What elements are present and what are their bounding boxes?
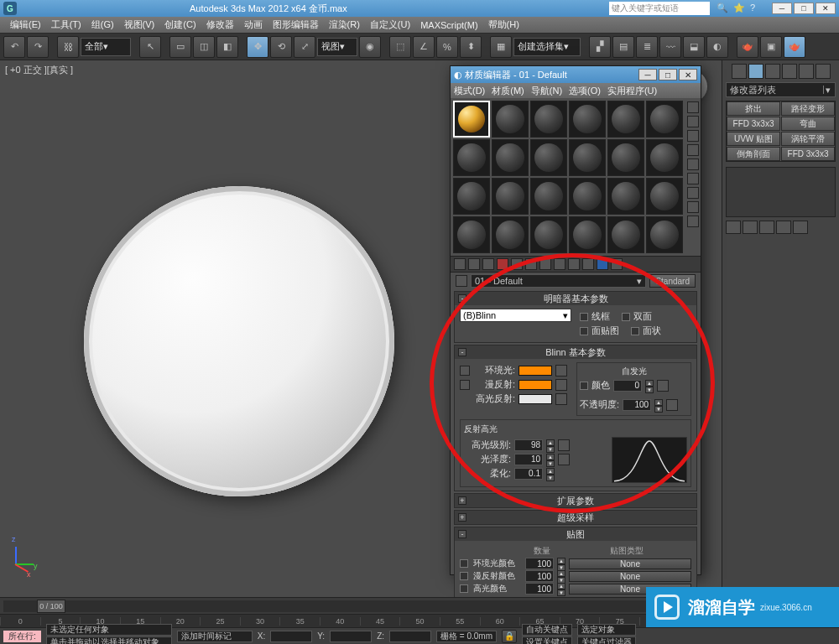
search-icon[interactable]: 🔍 [717, 3, 728, 14]
y-coord-input[interactable] [330, 631, 372, 642]
menu-rendering[interactable]: 渲染(R) [324, 17, 365, 33]
material-map-nav-icon[interactable] [687, 216, 699, 227]
help-search-input[interactable]: 键入关键字或短语 [609, 2, 710, 15]
make-copy-icon[interactable] [511, 258, 523, 270]
map-ambient-slot[interactable]: None [569, 558, 691, 569]
menu-tools[interactable]: 工具(T) [46, 17, 86, 33]
sample-slot[interactable] [453, 216, 490, 253]
autokey-button[interactable]: 自动关键点 [522, 624, 572, 636]
time-slider-knob[interactable]: 0 / 100 [37, 600, 65, 613]
sample-slot[interactable] [646, 139, 683, 176]
preview-icon[interactable] [687, 173, 699, 184]
shader-dropdown[interactable]: (B)Blinn▾ [460, 309, 571, 322]
options-icon[interactable] [687, 187, 699, 199]
gloss-spinner[interactable]: 10 [514, 454, 543, 465]
gloss-map-button[interactable] [558, 454, 570, 465]
mat-menu-mode[interactable]: 模式(D) [454, 85, 485, 97]
backlight-icon[interactable] [687, 116, 699, 127]
percent-snap[interactable]: % [436, 36, 458, 58]
selection-filter[interactable]: 全部 ▾ [81, 38, 131, 56]
opacity-map-button[interactable] [666, 399, 678, 411]
selfillum-color-checkbox[interactable] [580, 382, 588, 390]
redo-button[interactable]: ↷ [27, 36, 49, 58]
menu-maxscript[interactable]: MAXScript(M) [415, 18, 482, 32]
go-forward-icon[interactable] [611, 258, 623, 270]
stack-show[interactable] [743, 221, 758, 234]
undo-button[interactable]: ↶ [3, 36, 25, 58]
spec-level-map-button[interactable] [558, 439, 570, 451]
tab-hierarchy[interactable] [765, 64, 780, 79]
sample-type-icon[interactable] [687, 101, 699, 113]
pivot-button[interactable]: ◉ [359, 36, 381, 58]
sample-slot[interactable] [607, 139, 644, 176]
named-selection-button[interactable]: ▦ [490, 36, 512, 58]
z-coord-input[interactable] [389, 631, 431, 642]
select-region-button[interactable]: ◫ [193, 36, 215, 58]
mat-menu-options[interactable]: 选项(O) [569, 85, 601, 97]
mod-extrude[interactable]: 挤出 [727, 101, 780, 116]
mat-max-button[interactable]: □ [659, 69, 677, 80]
rollout-toggle[interactable]: - [458, 348, 466, 356]
wire-checkbox[interactable] [580, 313, 588, 321]
show-in-viewport-icon[interactable] [568, 258, 580, 270]
ref-coord-dropdown[interactable]: 视图 ▾ [317, 38, 357, 56]
rollout-toggle[interactable]: + [458, 496, 466, 505]
reset-map-icon[interactable] [497, 258, 508, 270]
key-selected-dropdown[interactable]: 选定对象 [577, 624, 636, 636]
rollout-toggle[interactable]: - [458, 530, 466, 538]
tab-display[interactable] [799, 64, 814, 79]
key-filter-button[interactable]: 关键点过滤器 [577, 636, 636, 644]
mat-menu-material[interactable]: 材质(M) [492, 85, 524, 97]
stack-remove[interactable] [776, 221, 791, 234]
material-name-input[interactable]: 01 - Default▾ [471, 274, 646, 288]
material-editor-button[interactable]: ◐ [706, 36, 728, 58]
sample-slot[interactable] [646, 101, 683, 138]
rollout-toggle[interactable]: + [458, 513, 466, 522]
soften-spinner[interactable]: 0.1 [514, 468, 543, 480]
menu-help[interactable]: 帮助(H) [483, 17, 524, 33]
specular-map-button[interactable] [555, 393, 567, 405]
select-object-button[interactable]: ▭ [169, 36, 191, 58]
mod-pathdeform[interactable]: 路径变形 [781, 101, 835, 116]
mat-menu-util[interactable]: 实用程序(U) [607, 85, 657, 97]
menu-views[interactable]: 视图(V) [119, 17, 160, 33]
sample-slot[interactable] [492, 139, 529, 176]
menu-graph-editors[interactable]: 图形编辑器 [268, 17, 324, 33]
maximize-button[interactable]: □ [794, 3, 814, 14]
lock-selection-icon[interactable]: 🔒 [502, 630, 517, 643]
map-diffuse-checkbox[interactable] [460, 572, 468, 580]
sample-slot[interactable] [530, 139, 567, 176]
select-by-mat-icon[interactable] [687, 201, 699, 213]
mirror-button[interactable]: ▞ [589, 36, 611, 58]
tab-motion[interactable] [782, 64, 797, 79]
ambient-map-button[interactable] [555, 365, 567, 377]
add-time-tag[interactable]: 添加时间标记 [177, 631, 253, 642]
sample-slot[interactable] [569, 216, 606, 253]
sample-slot[interactable] [569, 139, 606, 176]
close-button[interactable]: ✕ [816, 3, 836, 14]
sample-slot[interactable] [453, 139, 490, 176]
diffuse-spec-lock-icon[interactable] [460, 380, 470, 390]
menu-group[interactable]: 组(G) [86, 17, 119, 33]
mod-uvw[interactable]: UVW 贴图 [727, 132, 780, 146]
sample-slot[interactable] [453, 178, 490, 215]
material-editor-titlebar[interactable]: ◐ 材质编辑器 - 01 - Default ─ □ ✕ [451, 66, 701, 83]
menu-customize[interactable]: 自定义(U) [365, 17, 415, 33]
sample-slot-1[interactable] [453, 101, 490, 138]
mat-close-button[interactable]: ✕ [679, 69, 697, 80]
modifier-list-dropdown[interactable]: 修改器列表▾ [726, 82, 836, 97]
signin-icon[interactable]: ⭐ [733, 3, 745, 14]
video-check-icon[interactable] [687, 158, 699, 170]
diffuse-swatch[interactable] [519, 380, 552, 390]
curve-editor-button[interactable]: 〰 [659, 36, 681, 58]
menu-modifiers[interactable]: 修改器 [201, 17, 239, 33]
show-end-result-icon[interactable] [582, 258, 594, 270]
help-icon[interactable]: ? [750, 3, 762, 14]
selfillum-spinner[interactable]: 0 [613, 380, 642, 392]
sample-slot[interactable] [530, 101, 567, 138]
ambient-diffuse-lock-icon[interactable] [460, 366, 470, 376]
diffuse-map-button[interactable] [555, 379, 567, 391]
make-unique-icon[interactable] [525, 258, 537, 270]
sample-slot[interactable] [530, 178, 567, 215]
render-frame-button[interactable]: ▣ [760, 36, 782, 58]
